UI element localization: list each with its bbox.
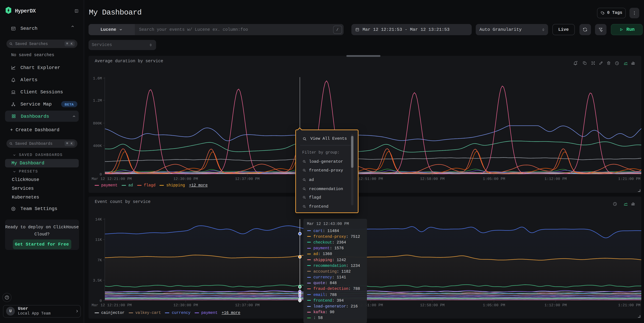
svg-text:Mar 12 12:21:00 PM: Mar 12 12:21:00 PM: [92, 303, 132, 307]
svg-text:1.6M: 1.6M: [93, 77, 102, 81]
svg-text:Mar 12 12:21:00 PM: Mar 12 12:21:00 PM: [92, 177, 132, 181]
svg-text:1:21:00 PM: 1:21:00 PM: [618, 303, 640, 307]
svg-text:12:58:00 PM: 12:58:00 PM: [420, 303, 444, 307]
svg-text:0: 0: [100, 172, 102, 177]
svg-text:1:21:00 PM: 1:21:00 PM: [618, 177, 640, 181]
svg-text:12:37:00 PM: 12:37:00 PM: [235, 303, 259, 307]
svg-text:12:51:00 PM: 12:51:00 PM: [358, 177, 383, 181]
svg-text:1:12:00 PM: 1:12:00 PM: [544, 303, 567, 307]
svg-text:400K: 400K: [93, 144, 102, 148]
svg-text:1:12:00 PM: 1:12:00 PM: [544, 177, 567, 181]
svg-text:0: 0: [100, 299, 102, 303]
svg-text:14K: 14K: [95, 217, 102, 222]
svg-text:800K: 800K: [93, 121, 102, 126]
svg-text:12:58:00 PM: 12:58:00 PM: [420, 177, 444, 181]
svg-text:12:37:00 PM: 12:37:00 PM: [235, 177, 259, 181]
svg-text:12:30:00 PM: 12:30:00 PM: [173, 177, 198, 181]
svg-text:1:05:00 PM: 1:05:00 PM: [483, 177, 505, 181]
svg-text:1:05:00 PM: 1:05:00 PM: [483, 303, 505, 307]
svg-text:7K: 7K: [97, 258, 102, 262]
svg-text:12:30:00 PM: 12:30:00 PM: [173, 303, 198, 307]
svg-text:11K: 11K: [95, 238, 102, 242]
svg-text:3.5K: 3.5K: [93, 278, 102, 283]
svg-text:1.2M: 1.2M: [93, 99, 102, 103]
